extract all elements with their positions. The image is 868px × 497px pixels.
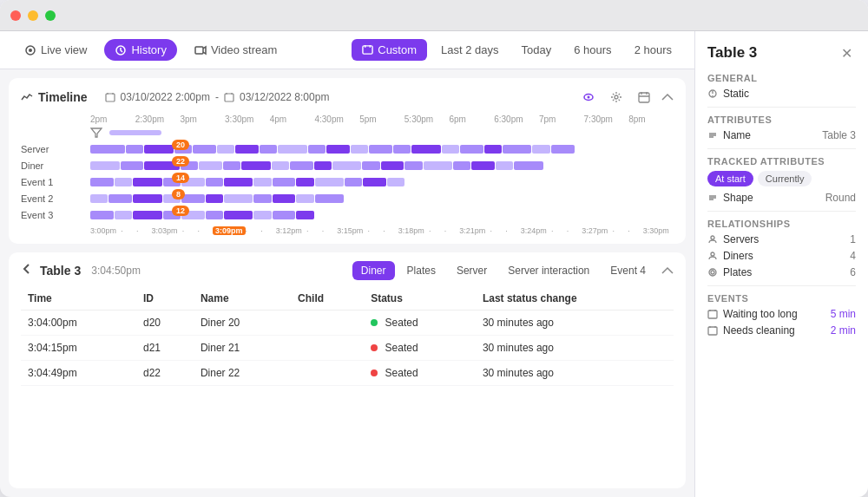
maximize-traffic-light[interactable] <box>45 10 56 21</box>
right-panel: Table 3 ✕ General Static Attributes Name… <box>694 31 868 497</box>
waiting-time: 5 min <box>831 308 856 320</box>
filter-bar <box>109 130 161 135</box>
main-panel: Live view History Video stream Custom <box>0 31 694 497</box>
svg-point-14 <box>588 96 590 99</box>
name-value: Table 3 <box>822 129 856 141</box>
servers-count: 1 <box>850 233 856 245</box>
video-stream-button[interactable]: Video stream <box>184 39 287 61</box>
cell-status: Seated <box>364 336 476 361</box>
col-last-change: Last status change <box>476 287 674 311</box>
track-label-diner: Diner <box>21 160 90 171</box>
live-view-label: Live view <box>41 43 87 56</box>
data-table: Time ID Name Child Status Last status ch… <box>21 287 674 386</box>
timeline-icon <box>21 91 33 103</box>
6hours-button[interactable]: 6 hours <box>565 39 620 61</box>
bottom-table-time: 3:04:50pm <box>91 265 141 277</box>
track-row-event1: Event 1 14 <box>21 175 674 189</box>
minimize-traffic-light[interactable] <box>28 10 38 21</box>
bubble-event2: 8 <box>172 189 185 199</box>
svg-rect-3 <box>195 47 203 54</box>
custom-button[interactable]: Custom <box>352 39 427 61</box>
svg-point-1 <box>29 49 32 52</box>
cell-id: d22 <box>136 361 194 386</box>
col-status: Status <box>364 287 476 311</box>
col-id: ID <box>136 287 194 311</box>
back-button[interactable] <box>21 263 33 278</box>
svg-rect-34 <box>708 311 717 318</box>
bubble-event3: 12 <box>172 206 189 216</box>
tab-server[interactable]: Server <box>448 261 496 280</box>
calendar-button[interactable] <box>634 87 654 108</box>
cell-time: 3:04:49pm <box>21 361 136 386</box>
tracked-buttons: At start Currently <box>707 171 856 186</box>
calendar-to-icon <box>224 92 234 102</box>
collapse-timeline-button[interactable] <box>661 91 674 104</box>
svg-point-15 <box>615 95 618 99</box>
eye-icon <box>582 91 595 103</box>
table-row: 3:04:49pm d22 Diner 22 Seated 30 minutes… <box>21 361 674 386</box>
divider4 <box>707 285 856 286</box>
live-view-button[interactable]: Live view <box>14 39 97 61</box>
cell-child <box>291 336 364 361</box>
time-filter-group: Custom Last 2 days Today 6 hours 2 hours <box>352 39 681 61</box>
track-row-event3: Event 3 12 <box>21 208 674 222</box>
status-dot <box>371 369 378 376</box>
track-bar-event2: 8 <box>90 192 674 206</box>
track-bar-event1: 14 <box>90 175 674 189</box>
settings-button[interactable] <box>606 87 627 108</box>
bottom-table-name: Table 3 <box>40 264 81 278</box>
right-panel-close-button[interactable]: ✕ <box>837 43 856 62</box>
video-stream-label: Video stream <box>211 43 277 56</box>
at-start-button[interactable]: At start <box>707 171 753 186</box>
close-traffic-light[interactable] <box>10 10 21 21</box>
svg-point-30 <box>711 236 714 239</box>
collapse-bottom-button[interactable] <box>661 264 674 278</box>
tab-server-interaction[interactable]: Server interaction <box>499 261 598 280</box>
track-label-event2: Event 2 <box>21 193 90 204</box>
app-body: Live view History Video stream Custom <box>0 31 868 497</box>
divider1 <box>707 107 856 108</box>
attributes-section-label: Attributes <box>707 114 856 125</box>
svg-rect-37 <box>708 327 717 335</box>
cleaning-event-row: Needs cleaning 2 min <box>707 324 856 337</box>
settings-icon <box>610 91 622 103</box>
track-rows: Server 20 <box>21 142 674 222</box>
cell-last-change: 30 minutes ago <box>476 311 674 336</box>
cell-time: 3:04:15pm <box>21 336 136 361</box>
plates-count: 6 <box>850 266 856 278</box>
chevron-up2-icon <box>661 266 674 275</box>
svg-rect-7 <box>106 94 115 101</box>
right-panel-header: Table 3 ✕ <box>707 43 856 62</box>
svg-point-33 <box>711 271 714 274</box>
name-attr-row: Name Table 3 <box>707 129 856 141</box>
last2days-button[interactable]: Last 2 days <box>432 39 508 61</box>
cleaning-icon <box>707 325 718 336</box>
status-dot <box>371 319 378 326</box>
track-row-event2: Event 2 8 <box>21 192 674 206</box>
tab-plates[interactable]: Plates <box>398 261 444 280</box>
chevron-up-icon <box>661 93 674 101</box>
cell-last-change: 30 minutes ago <box>476 361 674 386</box>
tab-diner[interactable]: Diner <box>352 261 395 280</box>
static-row: Static <box>707 88 856 100</box>
track-bar-server: 20 <box>90 142 674 156</box>
divider3 <box>707 211 856 212</box>
eye-button[interactable] <box>578 87 599 108</box>
cell-status: Seated <box>364 311 476 336</box>
currently-button[interactable]: Currently <box>758 171 812 186</box>
diners-count: 4 <box>850 250 856 262</box>
history-button[interactable]: History <box>104 39 176 61</box>
relationships-section-label: Relationships <box>707 219 856 229</box>
cell-name: Diner 22 <box>194 361 291 386</box>
waiting-event-row: Waiting too long 5 min <box>707 308 856 320</box>
shape-icon <box>707 193 718 203</box>
2hours-button[interactable]: 2 hours <box>626 39 681 61</box>
today-button[interactable]: Today <box>513 39 561 61</box>
tab-event4[interactable]: Event 4 <box>602 261 654 280</box>
custom-label: Custom <box>378 43 417 56</box>
timeline-section: Timeline 03/10/2022 2:00pm - 03/12/2022 … <box>9 78 686 244</box>
bottom-panel: Table 3 3:04:50pm Diner Plates Server Se… <box>9 252 686 488</box>
plates-icon <box>707 267 718 278</box>
col-name: Name <box>194 287 291 311</box>
back-arrow-icon <box>21 263 33 275</box>
